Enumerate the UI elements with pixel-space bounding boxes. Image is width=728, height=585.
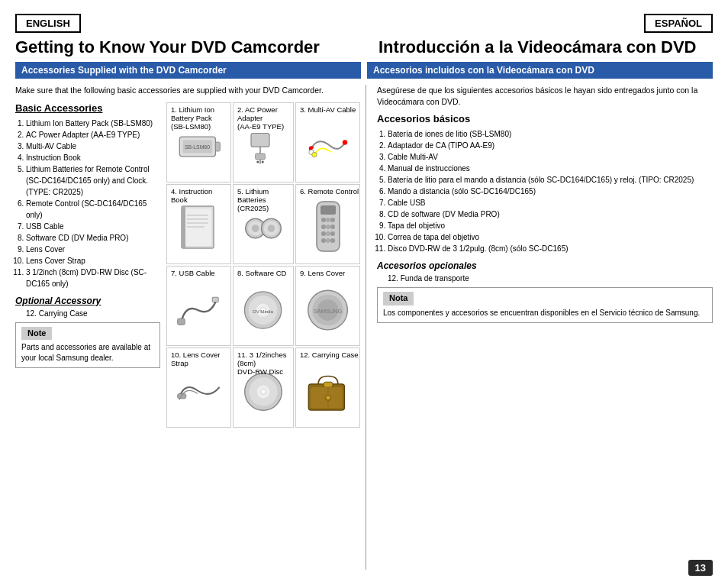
cd-image: DV Media <box>242 286 285 334</box>
book-image <box>176 205 222 252</box>
main-content: Make sure that the following basic acces… <box>15 85 713 570</box>
grid-cell-4: 4. Instruction Book <box>166 184 231 264</box>
grid-cell-5: 5. Lithium Batteries (CR2025) <box>233 184 294 264</box>
optional-title-en: Optional Accessory <box>15 296 160 306</box>
list-item: Mando a distancia (sólo SC-DC164/DC165) <box>388 186 713 197</box>
svg-point-13 <box>311 152 316 157</box>
cell-label-12: 12. Carrying Case <box>300 351 359 359</box>
header-en: Accessories Supplied with the DVD Camcor… <box>15 62 361 79</box>
intro-en: Make sure that the following basic acces… <box>15 85 358 96</box>
title-en: Getting to Know Your DVD Camcorder <box>15 37 366 57</box>
svg-rect-41 <box>177 318 185 325</box>
svg-point-23 <box>252 225 259 232</box>
note-box-es: Nota Los componentes y accesorios se enc… <box>377 287 713 322</box>
list-item: Software CD (DV Media PRO) <box>26 232 160 244</box>
accessories-list-en: Lithium Ion Battery Pack (SB-LSM80) AC P… <box>26 118 160 289</box>
svg-rect-4 <box>251 133 269 147</box>
grid: 1. Lithium Ion Battery Pack(SB-LSM80) SB… <box>166 102 360 428</box>
grid-cell-12: 12. Carrying Case <box>295 347 360 428</box>
list-item: Instruction Book <box>26 152 160 163</box>
svg-text:SB-LSM80: SB-LSM80 <box>184 145 209 150</box>
list-item: Remote Control (SC-DC164/DC165 only) <box>26 198 160 221</box>
strap-image <box>176 368 222 415</box>
cell-label-3: 3. Multi-AV Cable <box>300 105 356 114</box>
cell-label-6: 6. Remote Control <box>300 187 359 196</box>
svg-text:DV Media: DV Media <box>253 309 273 313</box>
grid-cell-2: 2. AC Power Adapter(AA-E9 TYPE) <box>233 102 294 183</box>
note-box-en: Note Parts and accessories are available… <box>15 322 160 368</box>
svg-point-35 <box>321 238 326 243</box>
svg-rect-20 <box>182 206 185 248</box>
list-item: USB Cable <box>26 221 160 232</box>
svg-rect-6 <box>256 154 266 160</box>
cell-label-8: 8. Software CD <box>237 269 286 277</box>
grid-cell-7: 7. USB Cable <box>166 266 231 346</box>
svg-point-40 <box>326 238 330 243</box>
svg-point-11 <box>342 140 346 144</box>
header-es: Accesorios incluidos con la Videocámara … <box>367 62 713 79</box>
grid-cell-9: 9. Lens Cover SAMSUNG <box>295 266 360 346</box>
note-text-es: Los componentes y accesorios se encuentr… <box>383 308 707 318</box>
list-item: AC Power Adapter (AA-E9 TYPE) <box>26 129 160 141</box>
title-es: Introducción a la Videocámara con DVD <box>366 37 713 57</box>
svg-point-33 <box>321 231 326 236</box>
basic-accessories-title-en: Basic Accessories <box>15 102 160 114</box>
svg-point-39 <box>326 231 330 236</box>
title-row: Getting to Know Your DVD Camcorder Intro… <box>15 37 713 57</box>
list-item: Adaptador de CA (TIPO AA-E9) <box>388 140 713 151</box>
cell-label-2: 2. AC Power Adapter(AA-E9 TYPE) <box>237 105 293 131</box>
list-item: Manual de instrucciones <box>388 163 713 174</box>
cell-label-9: 9. Lens Cover <box>300 269 345 277</box>
list-item: Cable Multi-AV <box>388 151 713 163</box>
list-item: Tapa del objetivo <box>388 220 713 231</box>
svg-rect-42 <box>212 297 218 302</box>
list-item: Batería de iones de litio (SB-LSM80) <box>388 128 713 140</box>
grid-cell-11: 11. 3 1/2inches (8cm)DVD-RW Disc <box>233 347 294 428</box>
optional-title-es: Accesorios opcionales <box>377 260 713 271</box>
note-title-es: Nota <box>383 292 414 305</box>
en-text-section: Basic Accessories Lithium Ion Battery Pa… <box>15 102 160 428</box>
case-image <box>305 368 351 415</box>
list-item: Batería de litio para el mando a distanc… <box>388 174 713 186</box>
note-title-en: Note <box>21 327 52 340</box>
svg-point-36 <box>330 238 335 243</box>
cell-label-5: 5. Lithium Batteries (CR2025) <box>237 187 293 212</box>
list-item: Lens Cover Strap <box>26 255 160 267</box>
svg-point-32 <box>330 225 335 229</box>
en-lower: Basic Accessories Lithium Ion Battery Pa… <box>15 102 358 428</box>
grid-cell-6: 6. Remote Control <box>295 184 360 264</box>
language-bar: ENGLISH ESPAÑOL <box>15 14 713 33</box>
lang-en-label: ENGLISH <box>15 14 81 33</box>
svg-rect-58 <box>324 382 333 387</box>
svg-text:SAMSUNG: SAMSUNG <box>313 307 342 314</box>
note-text-en: Parts and accessories are available at y… <box>21 342 154 364</box>
av-cable-image <box>305 123 351 170</box>
list-item: Lithium Batteries for Remote Control (SC… <box>26 163 160 198</box>
svg-rect-52 <box>177 393 185 398</box>
section-header-row: Accessories Supplied with the DVD Camcor… <box>15 62 713 79</box>
svg-point-61 <box>325 395 330 400</box>
list-item: CD de software (DV Media PRO) <box>388 208 713 220</box>
grid-cell-3: 3. Multi-AV Cable <box>295 102 360 183</box>
svg-point-34 <box>330 231 335 236</box>
cell-label-1: 1. Lithium Ion Battery Pack(SB-LSM80) <box>171 105 230 131</box>
col-english: Make sure that the following basic acces… <box>15 85 366 570</box>
svg-point-31 <box>321 225 326 229</box>
cell-label-10: 10. Lens Cover Strap <box>171 351 230 367</box>
svg-point-56 <box>261 389 266 395</box>
lang-es-label: ESPAÑOL <box>644 14 713 33</box>
accessories-list-es: Batería de iones de litio (SB-LSM80) Ada… <box>388 128 713 254</box>
usb-cable-image <box>176 286 222 334</box>
cell-label-11: 11. 3 1/2inches (8cm)DVD-RW Disc <box>237 351 293 376</box>
page: ENGLISH ESPAÑOL Getting to Know Your DVD… <box>0 0 728 585</box>
remote-image <box>305 205 351 252</box>
lens-cover-image: SAMSUNG <box>305 286 351 334</box>
page-number: 13 <box>688 560 713 576</box>
svg-point-29 <box>321 218 326 222</box>
svg-point-9 <box>262 160 264 163</box>
basic-accessories-title-es: Accesorios básicos <box>377 113 713 124</box>
list-item: Cable USB <box>388 197 713 208</box>
svg-point-38 <box>326 225 330 229</box>
list-item: Lens Cover <box>26 244 160 255</box>
accessories-image-grid: 1. Lithium Ion Battery Pack(SB-LSM80) SB… <box>166 102 360 428</box>
